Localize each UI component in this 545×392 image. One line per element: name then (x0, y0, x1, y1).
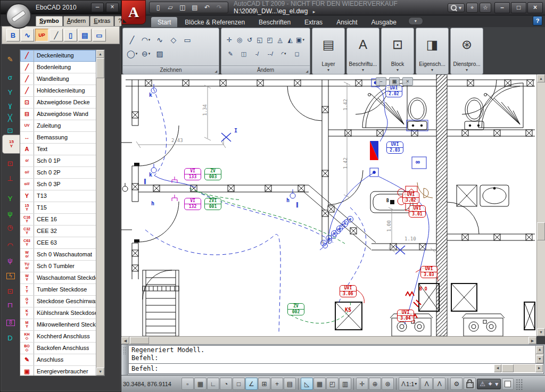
search-dropdown-icon[interactable]: ▾ (459, 5, 461, 11)
ribbon-tab[interactable]: Beschriften (252, 17, 297, 27)
annotation-scale-control[interactable]: Λ 1:1 ▾ (399, 377, 419, 390)
command-input[interactable]: Befehl: ◀ ▶ (128, 364, 544, 374)
offset-icon[interactable]: ◬ (275, 34, 285, 46)
extend-icon[interactable]: --/ (265, 48, 276, 60)
new-file-icon[interactable]: ▯ (153, 3, 163, 12)
redo-icon[interactable]: ↷ (214, 3, 224, 12)
print-icon[interactable]: ▤ (190, 3, 200, 12)
scroll-left-icon[interactable]: ◀ (121, 337, 129, 344)
layout-button[interactable]: ▦ (313, 378, 326, 390)
symbol-row[interactable]: ↔ Bemassung (20, 132, 96, 144)
ribbon-tab[interactable]: Ansicht (330, 17, 364, 27)
new-symbol-button[interactable]: ▯ (64, 29, 77, 41)
toolbar-lock-icon[interactable] (464, 378, 476, 390)
favorites-star-icon[interactable]: ☆ (480, 3, 491, 13)
vertical-scrollbar[interactable]: ▲ ▼ (536, 74, 545, 336)
command-grip[interactable] (121, 345, 128, 375)
rotate-icon[interactable]: ↺ (245, 34, 254, 46)
symbol-row[interactable]: C16 Y CEE 16 (20, 214, 96, 226)
block-panel[interactable]: ⊡ Block ▾ (381, 28, 414, 74)
active-side-tab[interactable]: 15 Y (2, 135, 20, 154)
polygon-icon[interactable]: ◇ (168, 34, 179, 46)
polar-toggle[interactable]: ◔ (220, 378, 232, 390)
symbol-row[interactable]: ⊟ Abzweigdose Wand (20, 109, 96, 120)
tray-brush-icon[interactable]: ✦ (488, 380, 493, 388)
socket-green-icon[interactable]: Y (4, 195, 16, 202)
annotation-autoscale-icon[interactable]: Λ (433, 378, 445, 390)
palette-tab[interactable]: Extras (90, 16, 114, 26)
workspace-warning-icon[interactable]: ⚠ (480, 380, 485, 388)
annotation-scale-dropdown-icon[interactable]: ▾ (415, 381, 417, 386)
socket-icon[interactable]: Y (4, 89, 16, 96)
scroll-up-icon[interactable]: ▲ (536, 346, 543, 354)
plug-green-icon[interactable]: ψ (4, 210, 16, 217)
zoom-button[interactable]: ⊕ (369, 378, 381, 390)
minimize-button[interactable]: – (494, 2, 510, 13)
draw-panel-label[interactable]: Zeichnen◢ (123, 65, 219, 74)
socket-switch-icon[interactable]: ɣ (4, 102, 16, 109)
symbol-row[interactable]: o// Sch 0 2P (20, 167, 96, 179)
open-file-icon[interactable]: ▱ (166, 3, 175, 12)
ribbon-minimize-icon[interactable]: ▾ (408, 17, 423, 25)
erase-icon[interactable]: ✎ (225, 48, 236, 60)
explode-icon[interactable]: ◫ (238, 48, 250, 60)
symbol-row[interactable]: W Y Waschautomat Steckdose (20, 272, 96, 284)
circle-icon[interactable]: ◯ (126, 48, 138, 60)
model-button[interactable]: ◺ (301, 378, 313, 390)
layer-panel[interactable]: ▤ Layer ▾ (312, 28, 345, 74)
pan-button[interactable]: ✛ (356, 378, 368, 390)
ortho-toggle[interactable]: ∟ (207, 378, 219, 390)
help-button[interactable]: ? (533, 16, 542, 26)
annotation-visibility-icon[interactable]: Λ (420, 378, 433, 390)
command-input-scrollbar[interactable]: ◀ ▶ (494, 364, 543, 372)
close-button[interactable]: × (527, 2, 543, 13)
symbol-row[interactable]: TU o/ Sch 0 Tumbler (20, 261, 96, 272)
symbol-row[interactable]: ╱ Wandleitung (20, 73, 96, 85)
hatch-icon[interactable]: ▨ (154, 48, 166, 60)
autocad-logo-icon[interactable]: A (121, 0, 146, 24)
title-expand-icon[interactable]: ▸ (313, 9, 316, 14)
quick-view-drawings-button[interactable]: ◰ (326, 378, 338, 390)
symbol-row[interactable]: C32 Y CEE 32 (20, 226, 96, 237)
move-icon[interactable]: ✛ (225, 34, 234, 46)
floorplan-drawing[interactable] (121, 74, 536, 336)
flash-box-icon[interactable]: ϟ (6, 273, 15, 279)
scroll-down-icon[interactable]: ▼ (96, 368, 104, 376)
symbol-row[interactable]: o/ Sch 0 1P (20, 155, 96, 167)
symbol-list-scrollbar[interactable]: ▲ ▼ (96, 50, 104, 376)
scroll-thumb[interactable] (502, 364, 514, 372)
arc-icon[interactable]: ◠ (140, 34, 152, 46)
big-panel-dropdown-icon[interactable]: ▾ (451, 67, 483, 74)
utilities-panel[interactable]: ⊛ Dienstpro... ▾ (450, 28, 483, 74)
switch-icon[interactable]: σ (4, 74, 16, 81)
lwt-toggle[interactable]: ▤ (284, 378, 296, 390)
junction-red2-icon[interactable]: ⊡ (4, 288, 16, 295)
symbol-row[interactable]: ✎ Anschluss (20, 354, 96, 366)
drawing-window-button[interactable]: × (402, 77, 413, 86)
clean-screen-button[interactable] (502, 378, 514, 390)
drawing-canvas[interactable]: VI133ZV003VI132ZVI001UVI2.02UVI2.03UVI3.… (121, 74, 536, 336)
ribbon-tab[interactable]: Blöcke & Referenzen (178, 17, 251, 27)
symbol-row[interactable]: 15 Y T15 (20, 202, 96, 214)
symbol-row[interactable]: Y T13 (20, 190, 96, 202)
communication-center-icon[interactable]: ⌖ (466, 3, 478, 13)
dome-light-icon[interactable]: ◠ (4, 242, 16, 249)
symbol-row[interactable]: A Text (20, 144, 96, 155)
palette-titlebar[interactable]: EboCAD 2010 – × (1, 1, 121, 14)
vscroll-thumb[interactable] (537, 222, 545, 240)
ribbon-tab[interactable]: Extras (298, 17, 329, 27)
symbol-row[interactable]: C63 Y CEE 63 (20, 237, 96, 249)
symbol-row[interactable]: K Y Kühlschrank Steckdose (20, 307, 96, 319)
symbol-row[interactable]: ⊡ Abzweigdose Decke (20, 97, 96, 109)
big-panel-dropdown-icon[interactable]: ▾ (382, 67, 414, 74)
symbol-row[interactable]: ▣ Energieverbraucher (20, 366, 96, 376)
search-box[interactable]: ▾ (448, 3, 465, 12)
scroll-up-icon[interactable]: ▲ (96, 50, 104, 58)
ellipse-icon[interactable]: ⊖ (140, 48, 152, 60)
symbol-row[interactable]: G Y Steckdose Geschirrwascha (20, 296, 96, 307)
scroll-right-icon[interactable]: ▶ (535, 364, 543, 372)
line-icon[interactable]: ╱ (126, 34, 138, 46)
command-scrollbar[interactable]: ▲ ▼ (535, 346, 543, 363)
steering-wheel-button[interactable]: ⊛ (382, 378, 394, 390)
frame-button[interactable]: ▭ (93, 29, 106, 41)
